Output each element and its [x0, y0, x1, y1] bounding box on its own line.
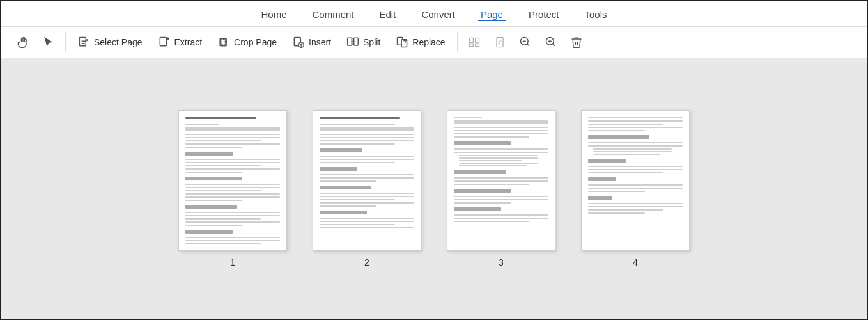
split-button[interactable]: Split — [340, 33, 387, 52]
page-2-number: 2 — [364, 257, 369, 268]
menu-protect[interactable]: Protect — [526, 8, 562, 21]
menu-home[interactable]: Home — [258, 8, 289, 21]
pages-view-button[interactable] — [463, 33, 486, 52]
separator-2 — [457, 32, 458, 52]
separator-1 — [65, 32, 66, 52]
svg-rect-15 — [497, 38, 503, 47]
menu-convert[interactable]: Convert — [419, 8, 458, 21]
page-3-thumbnail[interactable] — [447, 110, 555, 251]
page-4-content — [588, 117, 683, 214]
svg-rect-1 — [160, 38, 166, 46]
split-icon — [346, 36, 359, 49]
insert-icon — [292, 36, 305, 49]
zoom-out-icon — [519, 36, 532, 49]
pages-area: 1 — [1, 58, 867, 319]
single-page-icon — [493, 36, 506, 49]
single-page-button[interactable] — [488, 33, 511, 52]
crop-page-button[interactable]: Crop Page — [211, 33, 283, 52]
svg-rect-12 — [475, 38, 479, 43]
svg-rect-6 — [348, 38, 352, 45]
split-label: Split — [363, 37, 380, 47]
menu-comment[interactable]: Comment — [309, 8, 356, 21]
svg-line-21 — [527, 44, 529, 46]
page-4-wrapper: 4 — [581, 110, 690, 268]
menu-page[interactable]: Page — [478, 8, 506, 21]
insert-label: Insert — [309, 37, 331, 47]
pages-view-icon — [468, 36, 481, 49]
zoom-out-button[interactable] — [514, 33, 537, 52]
svg-rect-11 — [469, 38, 473, 43]
extract-label: Extract — [174, 37, 203, 47]
hand-icon — [17, 36, 29, 49]
svg-rect-3 — [221, 40, 226, 45]
replace-icon — [396, 36, 408, 49]
page-4-thumbnail[interactable] — [581, 110, 690, 251]
page-3-content — [454, 117, 548, 222]
page-1-wrapper: 1 — [178, 110, 287, 268]
menu-bar: Home Comment Edit Convert Page Protect T… — [1, 1, 867, 27]
replace-label: Replace — [412, 37, 445, 47]
page-1-thumbnail[interactable] — [178, 110, 287, 251]
app-window: Home Comment Edit Convert Page Protect T… — [0, 0, 868, 320]
menu-edit[interactable]: Edit — [377, 8, 399, 21]
page-2-wrapper: 2 — [313, 110, 421, 268]
extract-icon — [158, 36, 171, 49]
trash-icon — [570, 36, 583, 49]
replace-button[interactable]: Replace — [389, 33, 451, 52]
page-4-number: 4 — [633, 257, 638, 268]
page-1-content — [185, 117, 280, 244]
cursor-tool-button[interactable] — [37, 33, 60, 52]
cursor-icon — [42, 36, 55, 49]
zoom-in-icon — [545, 36, 557, 49]
page-2-content — [320, 117, 414, 228]
select-page-button[interactable]: Select Page — [71, 33, 149, 52]
zoom-in-button[interactable] — [539, 33, 562, 52]
page-1-number: 1 — [230, 257, 235, 268]
select-page-icon — [77, 36, 90, 49]
page-2-thumbnail[interactable] — [313, 110, 421, 251]
svg-rect-13 — [469, 44, 473, 47]
page-3-wrapper: 3 — [447, 110, 555, 268]
crop-page-label: Crop Page — [234, 37, 277, 47]
page-3-number: 3 — [499, 257, 504, 268]
extract-button[interactable]: Extract — [151, 33, 209, 52]
select-page-label: Select Page — [94, 37, 143, 47]
crop-icon — [217, 36, 230, 49]
svg-rect-0 — [79, 38, 86, 46]
svg-line-25 — [552, 44, 554, 46]
hand-tool-button[interactable] — [12, 33, 35, 52]
toolbar: Select Page Extract Crop Page — [1, 27, 867, 58]
delete-button[interactable] — [565, 33, 588, 52]
insert-button[interactable]: Insert — [286, 33, 337, 52]
svg-rect-7 — [354, 38, 359, 45]
menu-tools[interactable]: Tools — [582, 8, 609, 21]
svg-rect-14 — [475, 44, 479, 47]
